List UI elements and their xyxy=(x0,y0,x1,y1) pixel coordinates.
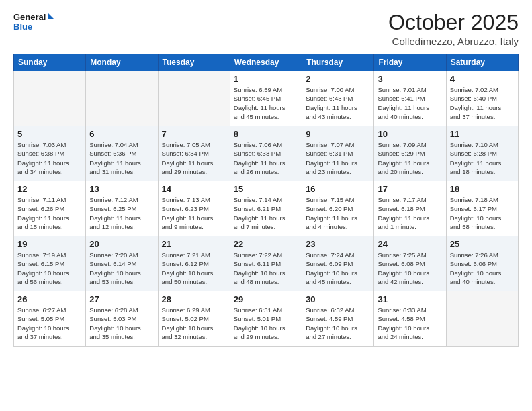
svg-text:General: General xyxy=(13,12,46,22)
header-thursday: Thursday xyxy=(302,54,374,71)
page: General Blue October 2025 Colledimezzo, … xyxy=(0,0,532,411)
calendar-cell: 2Sunrise: 7:00 AM Sunset: 6:43 PM Daylig… xyxy=(302,71,374,126)
calendar-cell: 3Sunrise: 7:01 AM Sunset: 6:41 PM Daylig… xyxy=(374,71,446,126)
day-number: 19 xyxy=(17,239,82,249)
day-info: Sunrise: 7:21 AM Sunset: 6:12 PM Dayligh… xyxy=(162,250,226,286)
day-info: Sunrise: 7:15 AM Sunset: 6:20 PM Dayligh… xyxy=(306,195,370,231)
day-info: Sunrise: 7:12 AM Sunset: 6:25 PM Dayligh… xyxy=(89,195,154,231)
day-number: 23 xyxy=(306,239,370,249)
day-info: Sunrise: 7:06 AM Sunset: 6:33 PM Dayligh… xyxy=(234,140,298,176)
day-info: Sunrise: 7:14 AM Sunset: 6:21 PM Dayligh… xyxy=(234,195,298,231)
calendar-cell: 10Sunrise: 7:09 AM Sunset: 6:29 PM Dayli… xyxy=(374,126,446,181)
calendar-cell: 28Sunrise: 6:29 AM Sunset: 5:02 PM Dayli… xyxy=(158,291,230,347)
day-info: Sunrise: 7:11 AM Sunset: 6:26 PM Dayligh… xyxy=(17,195,82,231)
day-info: Sunrise: 7:20 AM Sunset: 6:14 PM Dayligh… xyxy=(89,250,154,286)
header-friday: Friday xyxy=(374,54,446,71)
day-info: Sunrise: 7:26 AM Sunset: 6:06 PM Dayligh… xyxy=(450,250,515,286)
header-sunday: Sunday xyxy=(14,54,86,71)
calendar-cell xyxy=(158,71,230,126)
day-info: Sunrise: 6:27 AM Sunset: 5:05 PM Dayligh… xyxy=(17,306,82,341)
day-number: 3 xyxy=(378,74,442,84)
day-info: Sunrise: 7:10 AM Sunset: 6:28 PM Dayligh… xyxy=(450,140,515,176)
calendar-cell: 5Sunrise: 7:03 AM Sunset: 6:38 PM Daylig… xyxy=(14,126,86,181)
day-info: Sunrise: 7:09 AM Sunset: 6:29 PM Dayligh… xyxy=(378,140,442,176)
day-info: Sunrise: 6:29 AM Sunset: 5:02 PM Dayligh… xyxy=(162,306,226,341)
logo-svg: General Blue xyxy=(13,11,54,35)
day-number: 11 xyxy=(450,129,515,139)
calendar-cell: 8Sunrise: 7:06 AM Sunset: 6:33 PM Daylig… xyxy=(230,126,302,181)
day-info: Sunrise: 7:05 AM Sunset: 6:34 PM Dayligh… xyxy=(162,140,226,176)
svg-text:Blue: Blue xyxy=(13,21,32,32)
week-row-2: 5Sunrise: 7:03 AM Sunset: 6:38 PM Daylig… xyxy=(14,126,519,181)
day-number: 8 xyxy=(234,129,298,139)
calendar-cell: 21Sunrise: 7:21 AM Sunset: 6:12 PM Dayli… xyxy=(158,236,230,291)
calendar-cell: 18Sunrise: 7:18 AM Sunset: 6:17 PM Dayli… xyxy=(446,181,518,236)
day-number: 17 xyxy=(378,184,442,194)
day-number: 12 xyxy=(17,184,82,194)
week-row-4: 19Sunrise: 7:19 AM Sunset: 6:15 PM Dayli… xyxy=(14,236,519,291)
header-wednesday: Wednesday xyxy=(230,54,302,71)
day-number: 24 xyxy=(378,239,442,249)
day-number: 14 xyxy=(162,184,226,194)
calendar-cell: 6Sunrise: 7:04 AM Sunset: 6:36 PM Daylig… xyxy=(86,126,158,181)
day-info: Sunrise: 7:03 AM Sunset: 6:38 PM Dayligh… xyxy=(17,140,82,176)
calendar-cell: 24Sunrise: 7:25 AM Sunset: 6:08 PM Dayli… xyxy=(374,236,446,291)
day-number: 4 xyxy=(450,74,515,84)
day-number: 30 xyxy=(306,294,370,304)
header: General Blue October 2025 Colledimezzo, … xyxy=(13,11,519,47)
day-number: 18 xyxy=(450,184,515,194)
day-number: 20 xyxy=(89,239,154,249)
calendar-cell: 11Sunrise: 7:10 AM Sunset: 6:28 PM Dayli… xyxy=(446,126,518,181)
day-number: 21 xyxy=(162,239,226,249)
calendar-cell: 14Sunrise: 7:13 AM Sunset: 6:23 PM Dayli… xyxy=(158,181,230,236)
calendar-cell: 26Sunrise: 6:27 AM Sunset: 5:05 PM Dayli… xyxy=(14,291,86,347)
day-info: Sunrise: 7:24 AM Sunset: 6:09 PM Dayligh… xyxy=(306,250,370,286)
calendar-cell: 23Sunrise: 7:24 AM Sunset: 6:09 PM Dayli… xyxy=(302,236,374,291)
day-number: 2 xyxy=(306,74,370,84)
calendar-cell xyxy=(446,291,518,347)
day-number: 9 xyxy=(306,129,370,139)
day-number: 25 xyxy=(450,239,515,249)
calendar-cell: 4Sunrise: 7:02 AM Sunset: 6:40 PM Daylig… xyxy=(446,71,518,126)
day-info: Sunrise: 7:18 AM Sunset: 6:17 PM Dayligh… xyxy=(450,195,515,231)
day-info: Sunrise: 7:07 AM Sunset: 6:31 PM Dayligh… xyxy=(306,140,370,176)
calendar-cell: 22Sunrise: 7:22 AM Sunset: 6:11 PM Dayli… xyxy=(230,236,302,291)
day-info: Sunrise: 6:31 AM Sunset: 5:01 PM Dayligh… xyxy=(234,306,298,341)
week-row-5: 26Sunrise: 6:27 AM Sunset: 5:05 PM Dayli… xyxy=(14,291,519,347)
calendar-cell: 1Sunrise: 6:59 AM Sunset: 6:45 PM Daylig… xyxy=(230,71,302,126)
day-info: Sunrise: 7:25 AM Sunset: 6:08 PM Dayligh… xyxy=(378,250,442,286)
day-info: Sunrise: 7:01 AM Sunset: 6:41 PM Dayligh… xyxy=(378,85,442,121)
week-row-1: 1Sunrise: 6:59 AM Sunset: 6:45 PM Daylig… xyxy=(14,71,519,126)
header-saturday: Saturday xyxy=(446,54,518,71)
day-number: 26 xyxy=(17,294,82,304)
calendar-cell: 27Sunrise: 6:28 AM Sunset: 5:03 PM Dayli… xyxy=(86,291,158,347)
day-info: Sunrise: 7:17 AM Sunset: 6:18 PM Dayligh… xyxy=(378,195,442,231)
day-info: Sunrise: 6:32 AM Sunset: 4:59 PM Dayligh… xyxy=(306,306,370,341)
calendar-cell: 31Sunrise: 6:33 AM Sunset: 4:58 PM Dayli… xyxy=(374,291,446,347)
day-number: 29 xyxy=(234,294,298,304)
location-title: Colledimezzo, Abruzzo, Italy xyxy=(388,36,519,47)
calendar-cell: 12Sunrise: 7:11 AM Sunset: 6:26 PM Dayli… xyxy=(14,181,86,236)
day-info: Sunrise: 6:28 AM Sunset: 5:03 PM Dayligh… xyxy=(89,306,154,341)
calendar-cell xyxy=(14,71,86,126)
logo: General Blue xyxy=(13,11,54,35)
calendar-cell: 7Sunrise: 7:05 AM Sunset: 6:34 PM Daylig… xyxy=(158,126,230,181)
calendar-table: Sunday Monday Tuesday Wednesday Thursday… xyxy=(13,54,519,347)
day-number: 31 xyxy=(378,294,442,304)
day-number: 7 xyxy=(162,129,226,139)
day-number: 22 xyxy=(234,239,298,249)
day-number: 28 xyxy=(162,294,226,304)
day-info: Sunrise: 6:33 AM Sunset: 4:58 PM Dayligh… xyxy=(378,306,442,341)
day-info: Sunrise: 6:59 AM Sunset: 6:45 PM Dayligh… xyxy=(234,85,298,121)
day-number: 27 xyxy=(89,294,154,304)
calendar-cell: 29Sunrise: 6:31 AM Sunset: 5:01 PM Dayli… xyxy=(230,291,302,347)
day-number: 13 xyxy=(89,184,154,194)
day-info: Sunrise: 7:19 AM Sunset: 6:15 PM Dayligh… xyxy=(17,250,82,286)
calendar-cell: 9Sunrise: 7:07 AM Sunset: 6:31 PM Daylig… xyxy=(302,126,374,181)
day-info: Sunrise: 7:22 AM Sunset: 6:11 PM Dayligh… xyxy=(234,250,298,286)
calendar-cell: 30Sunrise: 6:32 AM Sunset: 4:59 PM Dayli… xyxy=(302,291,374,347)
weekday-header-row: Sunday Monday Tuesday Wednesday Thursday… xyxy=(14,54,519,71)
day-number: 16 xyxy=(306,184,370,194)
day-number: 10 xyxy=(378,129,442,139)
day-info: Sunrise: 7:13 AM Sunset: 6:23 PM Dayligh… xyxy=(162,195,226,231)
